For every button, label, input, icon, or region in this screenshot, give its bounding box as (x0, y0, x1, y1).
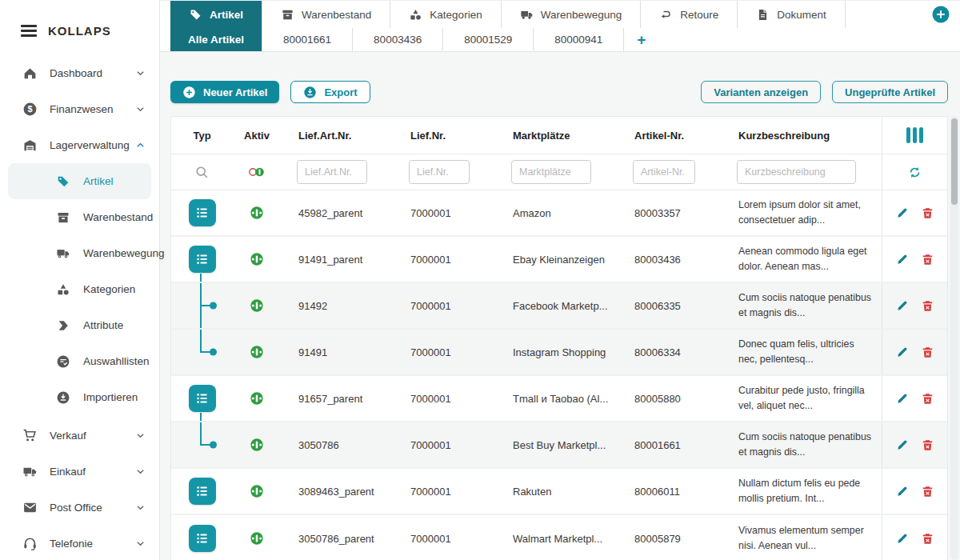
subtab-80000941[interactable]: 80000941 (533, 28, 623, 51)
sidebar-subitem-artikel[interactable]: Artikel (8, 163, 151, 199)
logo-row: KOLLAPS (0, 0, 159, 38)
new-article-button[interactable]: Neuer Artikel (170, 81, 279, 103)
sidebar-item-telefonie[interactable]: Telefonie (0, 526, 159, 560)
filter-marktplaetze-input[interactable] (511, 160, 591, 184)
row-actions (882, 376, 947, 421)
artikel-nr-cell: 80003436 (617, 237, 721, 282)
export-button[interactable]: Export (290, 81, 370, 103)
variant-list-icon[interactable] (189, 478, 216, 505)
sidebar-item-finanzwesen[interactable]: $ Finanzwesen (0, 91, 159, 127)
search-icon (194, 165, 210, 180)
trash-x-icon (921, 485, 934, 498)
delete-button[interactable] (921, 485, 934, 498)
active-toggle-icon[interactable] (250, 391, 264, 406)
delete-button[interactable] (921, 438, 934, 452)
sidebar-subitem-warenbestand[interactable]: Warenbestand (8, 199, 151, 235)
edit-button[interactable] (896, 253, 909, 266)
column-header-artikel-nr: Artikel-Nr. (617, 117, 721, 154)
pencil-icon (896, 532, 909, 545)
delete-button[interactable] (921, 532, 934, 546)
edit-button[interactable] (896, 485, 909, 498)
subtab-80001661[interactable]: 80001661 (262, 28, 352, 51)
variant-list-icon[interactable] (189, 199, 216, 226)
warehouse-icon (22, 138, 38, 153)
delete-button[interactable] (921, 392, 934, 406)
row-actions (882, 190, 947, 235)
lief-nr-cell: 7000001 (393, 515, 495, 560)
edit-button[interactable] (896, 438, 909, 451)
table-row: 3089463_parent 7000001 Rakuten 80006011 … (171, 469, 947, 515)
sidebar-item-lagerverwaltung[interactable]: Lagerverwaltung (0, 127, 159, 163)
row-actions (882, 422, 947, 467)
table-scrollbar-thumb[interactable] (951, 118, 958, 205)
variant-list-icon[interactable] (189, 525, 216, 552)
active-toggle-icon[interactable] (250, 438, 264, 452)
delete-button[interactable] (921, 299, 934, 313)
article-tab-bar: Alle Artikel 80001661 80003436 80001529 … (160, 28, 960, 52)
sidebar-subitem-attribute[interactable]: Attribute (8, 307, 151, 343)
edit-button[interactable] (896, 206, 909, 219)
row-actions (882, 515, 947, 560)
unchecked-articles-button[interactable]: Ungeprüfte Artikel (832, 81, 948, 103)
filter-kurzbeschreibung-input[interactable] (737, 160, 856, 184)
variant-list-icon[interactable] (189, 246, 216, 273)
tab-retoure[interactable]: Retoure (640, 1, 737, 28)
show-variants-button[interactable]: Varianten anzeigen (701, 81, 821, 103)
active-toggle-icon[interactable] (250, 484, 264, 498)
subtab-80001529[interactable]: 80001529 (442, 28, 533, 51)
lief-art-nr-cell: 3050786_parent (281, 515, 393, 560)
typ-cell (171, 283, 233, 328)
aktiv-cell (233, 283, 281, 328)
refresh-button[interactable] (907, 165, 922, 180)
tab-kategorien[interactable]: Kategorien (390, 1, 500, 28)
columns-settings-icon[interactable] (906, 127, 923, 143)
delete-button[interactable] (921, 346, 934, 359)
chevron-down-icon (136, 539, 145, 548)
delete-button[interactable] (921, 253, 934, 266)
variant-list-icon[interactable] (189, 385, 216, 412)
active-state-filter-icon[interactable] (248, 166, 266, 178)
edit-button[interactable] (896, 346, 909, 358)
artikel-nr-cell: 80005880 (617, 376, 721, 421)
filter-lief-art-nr-input[interactable] (297, 160, 367, 184)
active-toggle-icon[interactable] (250, 252, 264, 266)
subtab-80003436[interactable]: 80003436 (352, 28, 442, 51)
sidebar-item-einkauf[interactable]: Einkauf (0, 454, 159, 490)
filter-artikel-nr-input[interactable] (633, 160, 695, 184)
sidebar-item-dashboard[interactable]: Dashboard (0, 55, 159, 91)
sidebar-subitem-warenbewegung[interactable]: Warenbewegung (8, 235, 151, 271)
trash-x-icon (921, 206, 934, 220)
tab-artikel[interactable]: Artikel (170, 1, 262, 28)
active-toggle-icon[interactable] (250, 531, 264, 546)
subtab-alle-artikel[interactable]: Alle Artikel (170, 28, 262, 51)
menu-icon[interactable] (21, 25, 37, 37)
active-toggle-icon[interactable] (250, 206, 264, 220)
edit-button[interactable] (896, 392, 909, 405)
edit-button[interactable] (896, 299, 909, 312)
filter-lief-nr-input[interactable] (409, 160, 470, 184)
tab-warenbestand[interactable]: Warenbestand (262, 1, 390, 28)
marktplaetze-cell: Facebook Marketp... (495, 283, 617, 328)
lief-art-nr-cell: 91491 (281, 330, 393, 374)
marktplaetze-cell: Walmart Marketpl... (495, 515, 617, 560)
aktiv-cell (233, 469, 281, 514)
tab-warenbewegung[interactable]: Warenbewegung (501, 1, 641, 28)
add-article-tab-button[interactable]: + (623, 28, 658, 51)
sidebar-subitem-kategorien[interactable]: Kategorien (8, 271, 151, 307)
delete-button[interactable] (921, 206, 934, 220)
active-toggle-icon[interactable] (250, 345, 264, 359)
row-actions (882, 237, 947, 282)
sidebar-subitem-importieren[interactable]: Importieren (8, 379, 151, 415)
sidebar-subitem-auswahllisten[interactable]: Auswahllisten (8, 343, 151, 379)
edit-button[interactable] (896, 532, 909, 545)
typ-cell (171, 469, 233, 514)
sidebar-item-verkauf[interactable]: Verkauf (0, 418, 159, 454)
aktiv-cell (233, 422, 281, 467)
add-tab-button[interactable] (932, 6, 950, 23)
lief-art-nr-cell: 91657_parent (281, 376, 393, 421)
trash-x-icon (921, 532, 934, 546)
tab-dokument[interactable]: Dokument (737, 1, 846, 28)
sidebar-item-post-office[interactable]: Post Office (0, 490, 159, 526)
cart-icon (22, 428, 38, 443)
active-toggle-icon[interactable] (250, 298, 264, 313)
